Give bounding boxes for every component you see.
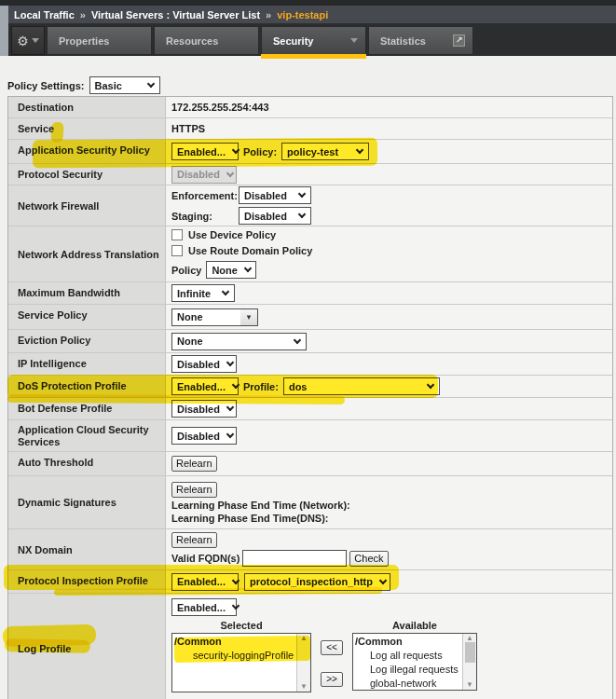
log-profile-state-select[interactable]: Enabled... <box>171 598 237 616</box>
available-listbox[interactable]: /Common Log all requests Log illegal req… <box>352 633 477 691</box>
ip-intelligence-select[interactable]: Disabled <box>171 355 237 373</box>
auto-threshold-label: Auto Threshold <box>8 452 166 475</box>
options-gear-button[interactable]: ⚙ <box>11 26 45 55</box>
selected-item-security-logging[interactable]: security-loggingProfile <box>174 649 296 663</box>
scrollbar-thumb[interactable] <box>465 642 475 663</box>
available-list-header: Available <box>352 620 477 631</box>
chevron-down-icon <box>232 381 240 389</box>
breadcrumb-current-vip: vip-testapi <box>277 9 328 21</box>
service-label: Service <box>8 118 166 139</box>
selected-listbox[interactable]: /Common security-loggingProfile ▲ ▼ <box>171 633 311 692</box>
enforcement-select[interactable]: Disabled <box>239 186 311 204</box>
use-device-policy-checkbox[interactable] <box>171 229 183 240</box>
chevron-down-icon <box>232 146 240 154</box>
service-policy-dropdown-button[interactable]: ▾ <box>240 308 258 326</box>
row-network-address-translation: Network Address Translation Use Device P… <box>8 226 612 282</box>
available-item[interactable]: Log all requests <box>355 649 462 663</box>
app-cloud-security-select[interactable]: Disabled <box>171 427 237 445</box>
chevron-down-icon <box>294 336 301 343</box>
chevron-down-icon <box>379 576 387 583</box>
security-settings-page: Local Traffic » Virtual Servers : Virtua… <box>0 0 616 699</box>
protocol-inspection-profile-label: Protocol Inspection Profile <box>8 570 166 593</box>
chevron-down-icon <box>226 404 234 411</box>
selected-list-header: Selected <box>171 620 311 631</box>
service-value: HTTPS <box>171 123 205 134</box>
nx-domain-relearn-button[interactable]: Relearn <box>171 532 217 548</box>
protocol-security-state-select[interactable]: Disabled <box>171 166 237 184</box>
learning-phase-network-label: Learning Phase End Time (Network): <box>171 500 350 511</box>
enforcement-label: Enforcement: <box>171 190 239 201</box>
nat-label: Network Address Translation <box>8 226 166 281</box>
protocol-inspection-state-select[interactable]: Enabled... <box>171 573 239 591</box>
maximum-bandwidth-select[interactable]: Infinite <box>171 284 235 302</box>
application-security-policy-inline-label: Policy: <box>243 146 277 158</box>
chevron-down-icon <box>298 190 306 198</box>
scroll-up-icon[interactable]: ▲ <box>300 635 308 642</box>
row-destination: Destination 172.255.255.254:443 <box>8 97 612 118</box>
scroll-up-icon[interactable]: ▲ <box>466 635 473 642</box>
dynamic-signatures-relearn-button[interactable]: Relearn <box>171 482 217 498</box>
policy-settings-bar: Policy Settings: Basic <box>7 76 160 94</box>
staging-select[interactable]: Disabled <box>239 207 311 225</box>
available-item[interactable]: global-network <box>355 677 462 690</box>
popup-window-icon: ↗ <box>453 34 465 47</box>
dos-state-select[interactable]: Enabled... <box>171 377 239 395</box>
breadcrumb-path[interactable]: Virtual Servers : Virtual Server List <box>91 9 260 21</box>
protocol-security-label: Protocol Security <box>8 164 166 185</box>
application-security-state-select[interactable]: Enabled... <box>171 143 239 160</box>
available-root-item[interactable]: /Common <box>355 635 462 649</box>
nat-policy-select[interactable]: None <box>206 261 256 279</box>
fqdn-check-button[interactable]: Check <box>349 551 388 567</box>
chevron-down-icon <box>427 381 434 389</box>
breadcrumb-separator: » <box>80 9 86 21</box>
chevron-down-icon <box>32 38 39 43</box>
application-security-policy-select[interactable]: policy-test <box>281 143 369 160</box>
gear-icon: ⚙ <box>17 34 29 48</box>
valid-fqdn-input[interactable] <box>242 550 347 567</box>
policy-settings-label: Policy Settings: <box>7 80 85 91</box>
breadcrumb: Local Traffic » Virtual Servers : Virtua… <box>8 6 616 23</box>
selected-root-item[interactable]: /Common <box>174 635 296 649</box>
row-ip-intelligence: IP Intelligence Disabled <box>8 353 612 376</box>
row-auto-threshold: Auto Threshold Relearn <box>8 452 612 476</box>
list-move-buttons: << >> <box>321 640 343 687</box>
chevron-down-icon <box>298 211 306 218</box>
dos-profile-select[interactable]: dos <box>283 377 440 395</box>
valid-fqdn-label: Valid FQDN(s) <box>171 553 240 564</box>
tab-resources[interactable]: Resources <box>154 26 259 55</box>
available-scrollbar[interactable]: ▲ ▼ <box>462 634 476 690</box>
row-application-security-policy: Application Security Policy Enabled... P… <box>8 140 612 164</box>
tab-security[interactable]: Security <box>261 26 366 55</box>
protocol-inspection-profile-select[interactable]: protocol_inspection_http <box>244 573 390 591</box>
row-dynamic-signatures: Dynamic Signatures Relearn Learning Phas… <box>8 476 612 529</box>
scroll-down-icon[interactable]: ▼ <box>466 681 473 689</box>
bot-defense-profile-label: Bot Defense Profile <box>8 398 166 419</box>
scroll-down-icon[interactable]: ▼ <box>300 683 308 691</box>
active-tab-underline <box>261 54 366 59</box>
policy-settings-select[interactable]: Basic <box>89 76 160 94</box>
service-policy-input[interactable]: None <box>171 308 240 326</box>
learning-phase-dns-label: Learning Phase End Time(DNS): <box>171 513 329 524</box>
tab-bar: ⚙ Properties Resources Security Statisti… <box>8 23 616 56</box>
bot-defense-select[interactable]: Disabled <box>171 400 237 418</box>
use-route-domain-policy-checkbox[interactable] <box>171 245 183 256</box>
service-policy-label: Service Policy <box>8 305 166 329</box>
breadcrumb-section[interactable]: Local Traffic <box>14 9 75 21</box>
auto-threshold-relearn-button[interactable]: Relearn <box>171 456 217 472</box>
available-item[interactable]: Log illegal requests <box>355 663 462 677</box>
selected-scrollbar[interactable]: ▲ ▼ <box>296 634 310 692</box>
row-service-policy: Service Policy None ▾ <box>8 305 612 330</box>
breadcrumb-separator: » <box>266 9 271 21</box>
chevron-down-icon <box>226 431 234 438</box>
ip-intelligence-label: IP Intelligence <box>8 353 166 375</box>
move-to-available-button[interactable]: >> <box>321 672 343 687</box>
chevron-down-icon <box>356 146 363 154</box>
staging-label: Staging: <box>171 211 239 222</box>
tab-statistics[interactable]: Statistics ↗ <box>368 26 473 55</box>
use-route-domain-policy-label: Use Route Domain Policy <box>188 245 312 256</box>
left-edge-sliver <box>0 6 8 56</box>
eviction-policy-select[interactable]: None <box>171 333 307 350</box>
move-to-selected-button[interactable]: << <box>321 640 343 655</box>
tab-properties[interactable]: Properties <box>47 26 152 55</box>
row-protocol-inspection-profile: Protocol Inspection Profile Enabled... p… <box>8 570 612 594</box>
